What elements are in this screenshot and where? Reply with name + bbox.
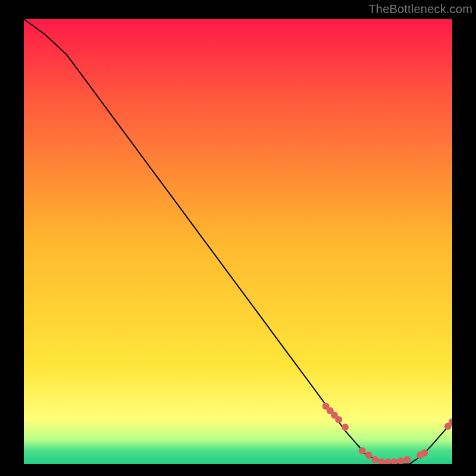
data-point bbox=[403, 456, 411, 464]
chart-container: TheBottleneck.com bbox=[0, 0, 476, 476]
watermark-text: TheBottleneck.com bbox=[368, 2, 472, 16]
plot-area bbox=[24, 19, 452, 464]
data-point bbox=[359, 447, 366, 455]
data-point bbox=[342, 424, 349, 431]
data-point bbox=[371, 456, 378, 464]
data-point bbox=[365, 452, 372, 459]
data-point bbox=[335, 416, 342, 423]
data-point bbox=[421, 449, 428, 456]
bottleneck-curve-plot bbox=[24, 19, 452, 464]
gradient-background bbox=[24, 19, 452, 464]
